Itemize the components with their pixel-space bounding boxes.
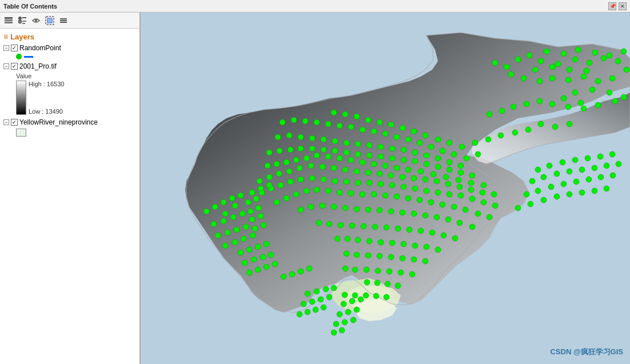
- svg-point-67: [472, 140, 478, 146]
- svg-point-97: [280, 119, 285, 125]
- svg-point-48: [561, 95, 567, 101]
- svg-point-64: [512, 130, 518, 135]
- svg-point-135: [468, 180, 474, 186]
- visibility-icon[interactable]: [30, 14, 42, 27]
- svg-point-318: [222, 211, 228, 217]
- svg-point-165: [365, 170, 371, 175]
- layers-label: Layers: [10, 33, 34, 41]
- svg-point-274: [349, 223, 355, 229]
- checkbox-raster[interactable]: [11, 63, 18, 70]
- svg-point-232: [616, 161, 621, 167]
- svg-point-207: [382, 193, 388, 198]
- svg-point-221: [572, 157, 578, 163]
- svg-point-254: [411, 211, 417, 217]
- svg-point-349: [268, 252, 274, 258]
- svg-point-184: [401, 184, 406, 190]
- svg-point-96: [291, 117, 297, 123]
- svg-point-304: [385, 281, 390, 287]
- svg-point-141: [394, 165, 400, 171]
- svg-point-103: [401, 147, 406, 153]
- layer-row-yellowriver[interactable]: − YellowRiver_nineprovince: [0, 117, 139, 127]
- svg-point-167: [342, 167, 348, 173]
- selection-icon[interactable]: [43, 14, 56, 27]
- svg-point-234: [535, 188, 541, 194]
- svg-point-335: [253, 196, 259, 202]
- svg-point-106: [366, 142, 372, 148]
- svg-point-195: [278, 182, 284, 188]
- raster-high-low-labels: High : 16530 Low : 13490: [29, 81, 64, 115]
- svg-point-51: [612, 98, 618, 104]
- svg-point-358: [301, 301, 306, 307]
- svg-point-126: [344, 150, 349, 155]
- svg-point-186: [378, 181, 384, 187]
- map-svg: [141, 13, 630, 364]
- map-area[interactable]: CSDN @疯狂学习GIS: [141, 13, 630, 364]
- svg-point-189: [344, 179, 349, 185]
- svg-point-52: [549, 101, 555, 107]
- svg-point-32: [567, 67, 572, 73]
- svg-point-134: [481, 182, 487, 188]
- svg-point-199: [475, 211, 481, 217]
- svg-point-205: [405, 195, 411, 201]
- svg-point-84: [428, 144, 434, 150]
- svg-point-297: [398, 270, 404, 275]
- expand-randompoint[interactable]: −: [3, 45, 9, 51]
- svg-point-343: [246, 247, 252, 253]
- svg-point-353: [272, 261, 278, 267]
- svg-point-321: [230, 214, 236, 220]
- svg-point-46: [607, 90, 612, 95]
- svg-point-208: [371, 191, 377, 197]
- svg-point-124: [366, 153, 372, 158]
- expand-raster[interactable]: −: [3, 63, 9, 69]
- expand-yellowriver[interactable]: −: [3, 119, 9, 125]
- svg-point-81: [464, 155, 469, 161]
- raster-value-label: Value: [16, 73, 136, 79]
- toc-panel: ≡ Layers − RandomPoint −: [0, 13, 141, 364]
- svg-point-154: [491, 191, 497, 197]
- list-view-icon[interactable]: [2, 14, 15, 27]
- layer-row-randompoint[interactable]: − RandomPoint: [0, 43, 139, 53]
- svg-point-110: [321, 137, 326, 142]
- svg-point-89: [371, 129, 377, 134]
- svg-point-76: [365, 117, 371, 123]
- svg-point-244: [554, 194, 560, 199]
- svg-point-202: [440, 202, 445, 207]
- svg-point-287: [334, 236, 340, 242]
- svg-point-319: [211, 221, 217, 227]
- options-icon[interactable]: [57, 14, 70, 27]
- svg-point-240: [610, 173, 616, 178]
- svg-point-185: [389, 182, 395, 188]
- close-button[interactable]: ✕: [619, 2, 627, 10]
- svg-point-62: [567, 121, 572, 127]
- svg-point-153: [265, 163, 270, 169]
- svg-point-302: [342, 266, 348, 271]
- svg-point-262: [320, 203, 325, 209]
- svg-point-294: [354, 252, 360, 258]
- svg-point-277: [316, 220, 322, 226]
- checkbox-randompoint[interactable]: [11, 45, 18, 51]
- svg-point-229: [579, 167, 585, 173]
- checkbox-yellowriver[interactable]: [11, 119, 18, 126]
- svg-point-166: [354, 169, 360, 174]
- svg-rect-2: [5, 22, 13, 23]
- layer-name-randompoint: RandomPoint: [19, 44, 61, 52]
- svg-point-326: [243, 224, 249, 230]
- svg-point-115: [469, 173, 475, 178]
- svg-point-222: [585, 155, 591, 161]
- svg-point-306: [364, 279, 370, 285]
- svg-point-350: [246, 270, 252, 275]
- svg-point-193: [298, 177, 304, 182]
- svg-point-213: [314, 187, 320, 193]
- svg-point-264: [298, 207, 304, 213]
- pin-button[interactable]: 📌: [608, 2, 616, 10]
- layers-stack-icon: ≡: [3, 32, 8, 41]
- svg-point-60: [538, 121, 544, 127]
- svg-point-292: [377, 253, 382, 259]
- svg-point-24: [572, 57, 578, 62]
- svg-point-259: [354, 206, 360, 212]
- layer-row-raster[interactable]: − 2001_Pro.tif: [0, 61, 139, 71]
- svg-point-18: [575, 47, 581, 53]
- svg-point-263: [308, 204, 314, 210]
- svg-point-236: [561, 181, 567, 187]
- source-view-icon[interactable]: [16, 14, 29, 27]
